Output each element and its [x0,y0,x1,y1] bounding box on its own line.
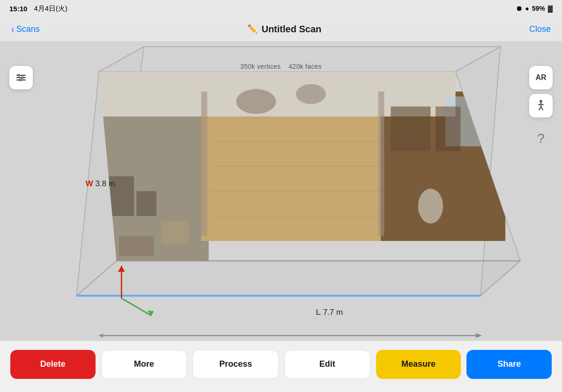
scan-view[interactable]: 350k vertices 420k faces [0,17,562,341]
help-icon: ? [537,131,545,146]
more-button[interactable]: More [101,350,187,379]
share-button[interactable]: Share [466,350,552,379]
ar-label: AR [535,73,546,82]
svg-point-43 [540,100,542,103]
svg-marker-0 [77,261,521,296]
process-button[interactable]: Process [192,350,279,379]
svg-marker-3 [456,47,520,296]
mesh-info: 350k vertices 420k faces [240,63,322,70]
measure-label: Measure [401,359,436,369]
svg-rect-6 [99,116,208,261]
process-label: Process [219,359,252,369]
delete-button[interactable]: Delete [10,350,96,379]
edit-button[interactable]: Edit [284,350,370,379]
svg-rect-7 [201,81,391,241]
svg-rect-11 [378,92,385,236]
wifi-icon: ● [525,5,529,12]
svg-line-29 [121,298,151,316]
svg-rect-25 [161,221,189,243]
close-label: Close [529,24,551,34]
nav-bar: ‹ Scans ✏️ Untitled Scan Close [0,17,562,41]
more-label: More [134,359,154,369]
svg-point-16 [236,89,276,114]
svg-point-17 [296,84,326,104]
edit-label: Edit [319,359,335,369]
svg-marker-30 [148,311,154,316]
svg-marker-32 [118,266,125,272]
svg-marker-35 [99,334,103,338]
delete-label: Delete [40,359,66,369]
svg-line-46 [541,107,543,110]
svg-text:L 7.7 m: L 7.7 m [316,308,343,317]
status-date: 4月4日(火) [34,4,67,13]
toolbar: Delete More Process Edit Measure Share [0,341,562,392]
screen-record-icon: ⏺ [516,5,522,12]
svg-rect-26 [119,236,154,256]
svg-rect-23 [391,107,430,152]
close-button[interactable]: Close [529,24,551,34]
back-label: Scans [16,24,40,34]
ar-button[interactable]: AR [529,66,553,89]
vertices-count: 350k vertices [240,63,281,70]
svg-text:W 3.8 m: W 3.8 m [86,179,115,188]
battery-percent: 59% [532,5,545,12]
edit-pencil-icon: ✏️ [247,24,258,34]
status-bar: 15:10 4月4日(火) ⏺ ● 59% ▓ [0,0,562,17]
person-icon [534,99,547,112]
svg-marker-9 [99,72,455,116]
svg-marker-36 [476,334,481,338]
svg-point-40 [18,74,20,76]
svg-rect-21 [445,96,490,146]
filter-icon [15,72,27,83]
svg-rect-10 [201,92,207,236]
svg-rect-8 [381,92,505,241]
walkthrough-button[interactable] [529,94,553,117]
filter-button[interactable] [9,66,33,89]
svg-rect-19 [136,191,156,216]
svg-point-42 [19,79,21,81]
svg-point-41 [22,77,23,79]
share-label: Share [497,359,521,369]
back-button[interactable]: ‹ Scans [11,24,40,35]
svg-rect-18 [104,176,134,216]
help-button[interactable]: ? [529,127,553,150]
svg-rect-24 [436,107,460,152]
status-time: 15:10 [9,5,27,13]
nav-title: ✏️ Untitled Scan [247,24,321,35]
battery-icon: ▓ [548,5,553,12]
status-right: ⏺ ● 59% ▓ [516,5,553,12]
scan-title: Untitled Scan [261,24,321,35]
faces-count: 420k faces [288,63,322,70]
svg-marker-2 [77,47,144,296]
back-chevron-icon: ‹ [11,24,15,35]
svg-point-20 [418,189,443,224]
svg-marker-5 [99,72,520,261]
measure-button[interactable]: Measure [376,350,461,379]
